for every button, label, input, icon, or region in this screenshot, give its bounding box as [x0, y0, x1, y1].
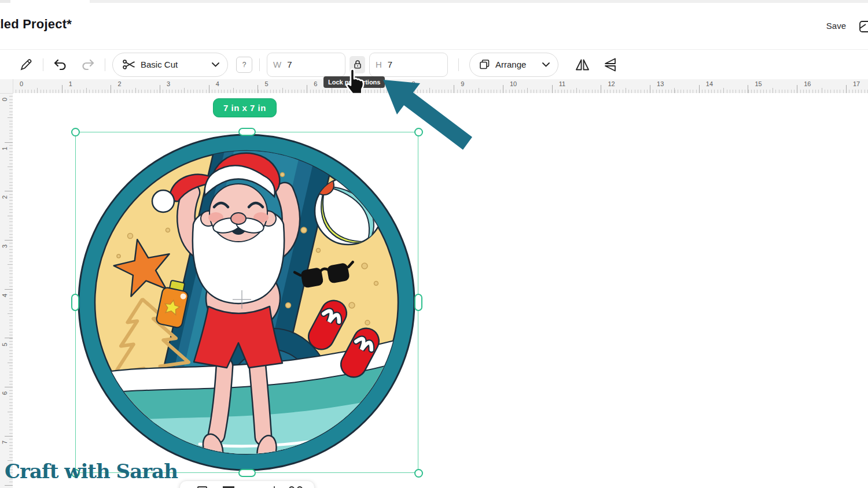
ruler-corner	[0, 79, 13, 94]
ruler-top-label: 15	[755, 80, 762, 87]
flip-horizontal-icon[interactable]	[572, 55, 592, 75]
linetype-dropdown[interactable]: Basic Cut	[112, 53, 228, 77]
chevron-down-icon	[212, 62, 219, 67]
ruler-top-label: 4	[216, 80, 219, 87]
ruler-top-label: 1	[69, 80, 72, 87]
selection-handle-top-left[interactable]	[71, 128, 80, 136]
undo-icon[interactable]	[50, 55, 70, 75]
selection-handle-middle-left[interactable]	[71, 294, 79, 311]
width-input[interactable]	[286, 59, 329, 70]
arrange-layers-icon	[479, 59, 490, 70]
hand-cursor-icon	[343, 64, 369, 97]
selection-handle-middle-right[interactable]	[414, 294, 422, 311]
chevron-down-icon	[542, 62, 550, 67]
selection-handle-bottom-center[interactable]	[238, 469, 256, 477]
ruler-left-label: 5	[1, 341, 8, 348]
ruler-top-label: 13	[657, 80, 664, 87]
height-field-label: H	[376, 60, 382, 69]
selection-handle-top-right[interactable]	[414, 128, 423, 136]
linetype-label: Basic Cut	[141, 60, 178, 69]
ruler-left: 01234567	[0, 93, 13, 488]
ruler-top-label: 10	[510, 80, 517, 87]
ruler-top-label: 9	[461, 80, 464, 87]
machine-icon[interactable]	[859, 19, 868, 34]
ruler-left-label: 2	[1, 194, 8, 201]
ruler-top-label: 6	[314, 80, 317, 87]
redo-icon[interactable]	[78, 55, 98, 75]
app-window: tled Project* Save	[0, 0, 868, 488]
ruler-top: 01234567891011121314151617	[0, 79, 868, 94]
arrange-label: Arrange	[495, 60, 526, 69]
ruler-top-label: 12	[608, 80, 615, 87]
edit-toolbar: Basic Cut ? W H	[0, 49, 868, 80]
project-title: tled Project*	[0, 17, 72, 32]
canvas-image-santa-beach[interactable]	[75, 132, 418, 473]
ruler-left-label: 1	[1, 145, 8, 152]
height-input[interactable]	[387, 59, 429, 70]
height-field[interactable]: H	[369, 53, 448, 77]
selection-handle-top-center[interactable]	[238, 128, 256, 136]
ruler-left-label: 7	[1, 439, 8, 446]
ruler-left-label: 0	[1, 96, 8, 103]
width-field[interactable]: W	[267, 53, 345, 77]
ruler-top-label: 5	[265, 80, 269, 87]
flip-vertical-icon[interactable]	[600, 55, 620, 75]
selection-handle-bottom-right[interactable]	[414, 469, 423, 478]
width-field-label: W	[273, 60, 281, 69]
size-badge: 7 in x 7 in	[213, 98, 277, 117]
header-bar: tled Project* Save	[0, 3, 868, 49]
scissors-icon	[122, 58, 135, 71]
ruler-top-label: 16	[804, 80, 811, 87]
arrange-dropdown[interactable]: Arrange	[469, 53, 558, 77]
ruler-left-label: 6	[1, 390, 8, 397]
ruler-top-label: 17	[853, 80, 860, 87]
ruler-top-label: 14	[706, 80, 713, 87]
ruler-top-label: 2	[117, 80, 121, 87]
ruler-left-label: 3	[1, 243, 8, 250]
save-button[interactable]: Save	[826, 21, 846, 31]
ruler-top-label: 11	[559, 80, 565, 87]
ruler-top-label: 0	[20, 80, 23, 87]
edit-pencil-icon[interactable]	[16, 55, 36, 75]
help-button[interactable]: ?	[236, 57, 252, 73]
ruler-top-label: 8	[412, 80, 415, 87]
ruler-top-label: 3	[167, 80, 170, 87]
ruler-left-label: 4	[1, 292, 8, 299]
quick-actions-toolbar[interactable]	[179, 480, 315, 488]
craft-with-sarah-watermark: Craft with Sarah	[5, 460, 178, 483]
